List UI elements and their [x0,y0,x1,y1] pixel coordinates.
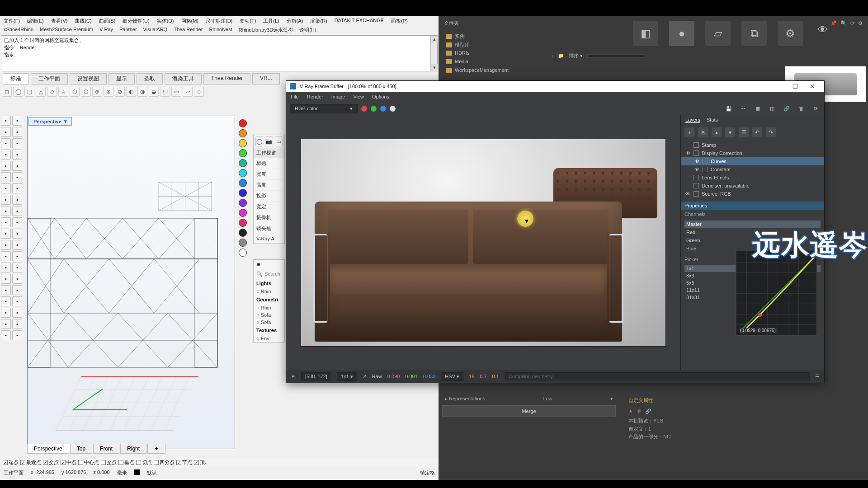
gear-icon[interactable]: ⚙ [778,21,803,46]
viewport-canvas[interactable] [28,116,235,449]
color-swatch[interactable] [239,199,247,207]
list-icon[interactable]: ☰ [739,127,749,137]
delete-layer-icon[interactable]: ✕ [698,127,708,137]
folder-item[interactable]: Media [446,57,861,66]
minimize-button[interactable]: — [770,83,786,90]
color-swatch[interactable] [239,179,247,187]
toolbar-icon[interactable]: ⊕ [92,87,102,97]
layer-item[interactable]: Denoiser: unavailable [681,182,824,190]
search-input[interactable] [587,54,646,58]
toolbar-tab[interactable]: 设置视图 [70,73,107,84]
color-swatch[interactable] [239,239,247,247]
vray-asset-panel[interactable]: ⊕ 🔍Search Lights ○ Rhin Geometri ○ Rhin … [253,259,285,343]
rhino-left-toolbox[interactable]: •••••••••••••••••••••••••••••••••••••••• [1,116,24,340]
vray-viewport-panel[interactable]: ◯ 📷 ▭ 工作视窗 标题宽度高度投影宽定摄像机镜头焦V-Ray A [253,135,285,244]
asset-item[interactable]: ○ Rhin [254,304,284,311]
osnap-toggle[interactable]: 垂点 [118,459,134,466]
green-dot-icon[interactable] [371,106,377,112]
tool-button[interactable]: • [12,138,22,148]
tool-button[interactable]: • [12,296,22,306]
menu-item[interactable]: DATAKIT EXCHANGE [335,18,384,24]
menu-item[interactable]: 实体(O) [157,18,174,24]
tool-button[interactable]: • [1,296,11,306]
toolbar-icon[interactable]: ⊘ [115,87,125,97]
viewport-tab[interactable]: Front [93,444,119,454]
menu-item[interactable]: 编辑(E) [27,18,44,24]
menu-item[interactable]: 变动(T) [240,18,256,24]
scroll-down-icon[interactable]: ▾ [431,64,438,71]
tool-button[interactable]: • [1,172,11,182]
search-input[interactable]: Search [264,271,280,277]
toolbar-icon[interactable]: ◇ [47,87,57,97]
toolbar-icon[interactable]: ▭ [171,87,181,97]
osnap-toggle[interactable]: 交点 [101,459,117,466]
film-icon[interactable]: ⧉ [741,21,767,46]
toolbar-icon[interactable]: ⬡ [70,87,80,97]
menu-item[interactable]: 尺寸标注(D) [206,18,232,24]
lights-header[interactable]: Lights [254,279,284,288]
merge-panel[interactable]: ▸ RepresentationsLow ▾ Merge [439,391,619,421]
menu-item[interactable]: 工具(L) [263,18,279,24]
textures-header[interactable]: Textures [254,326,284,335]
tool-button[interactable]: • [1,285,11,295]
vfb-menu-item[interactable]: Render [307,94,323,99]
tool-button[interactable]: • [1,263,11,272]
command-scrollbar[interactable]: ▴ ▾ [430,36,437,71]
back-icon[interactable]: ‹ [552,53,553,59]
color-swatch[interactable] [239,159,247,167]
rep-value[interactable]: Low [543,396,552,402]
osnap-toggle[interactable]: ✓顶.. [194,459,208,466]
color-swatch[interactable] [239,189,247,197]
asset-item[interactable]: ○ Rhin [254,288,284,295]
target-icon[interactable]: ⊕ [256,262,260,267]
geometry-header[interactable]: Geometri [254,295,284,304]
menu-item[interactable]: 细分物件(U) [123,18,149,24]
toolbar-icon[interactable]: ▱ [183,87,193,97]
render-viewport[interactable] [286,115,680,370]
tool-button[interactable]: • [1,206,11,216]
panel-row[interactable]: 高度 [254,180,284,191]
globe-icon[interactable]: ◯ [255,136,263,146]
tool-button[interactable]: • [12,127,22,137]
osnap-toggle[interactable]: 四分点 [154,459,175,466]
menu-item[interactable]: 查看(V) [51,18,68,24]
tool-button[interactable]: • [12,263,22,272]
camera-icon[interactable]: 📷 [265,136,273,146]
toolbar-icon[interactable]: ◑ [137,87,147,97]
tool-button[interactable]: • [1,183,11,193]
osnap-toggle[interactable]: ✓最近点 [20,459,41,466]
sort-dropdown[interactable]: 排序 ▾ [569,52,583,59]
redo-icon[interactable]: ↷ [766,127,776,137]
tool-button[interactable]: • [12,217,22,227]
tool-button[interactable]: • [12,274,22,284]
channel-select[interactable]: RGB color▾ [290,104,358,113]
panel-row[interactable]: 宽定 [254,202,284,212]
toolbar-tab[interactable]: VR... [252,73,280,84]
menu-icon[interactable]: ☰ [815,374,820,380]
plugin-item[interactable]: Panther [119,27,137,33]
tool-button[interactable]: • [12,161,22,171]
color-swatch[interactable] [239,139,247,147]
tool-button[interactable]: • [1,240,11,250]
red-dot-icon[interactable] [361,106,367,112]
panel-row[interactable]: 投影 [254,191,284,202]
color-swatch[interactable] [239,119,247,127]
window-title-bar[interactable]: V-Ray Frame Buffer - [100.0% of 800 x 45… [286,81,824,92]
add-layer-icon[interactable]: + [684,127,694,137]
plugin-item[interactable]: 说明(H) [299,27,316,33]
sphere-icon[interactable]: ● [669,21,694,46]
channel-item[interactable]: Green [684,237,821,244]
toolbar-icon[interactable]: ⊗ [104,87,113,97]
toolbar-icon[interactable]: ◯ [13,87,23,97]
osnap-toggle[interactable]: 切点 [136,459,152,466]
panel-row[interactable]: 镜头焦 [254,223,284,234]
tool-button[interactable]: • [1,138,11,148]
tool-button[interactable]: • [1,229,11,239]
tool-button[interactable]: • [1,127,11,137]
tool-button[interactable]: • [1,217,11,227]
menu-item[interactable]: 曲线(C) [75,18,91,24]
vfb-menu-item[interactable]: View [353,94,364,99]
bucket-icon[interactable]: 🗑 [796,103,806,113]
panel-row[interactable]: 摄像机 [254,212,284,223]
tool-button[interactable]: • [12,319,22,329]
